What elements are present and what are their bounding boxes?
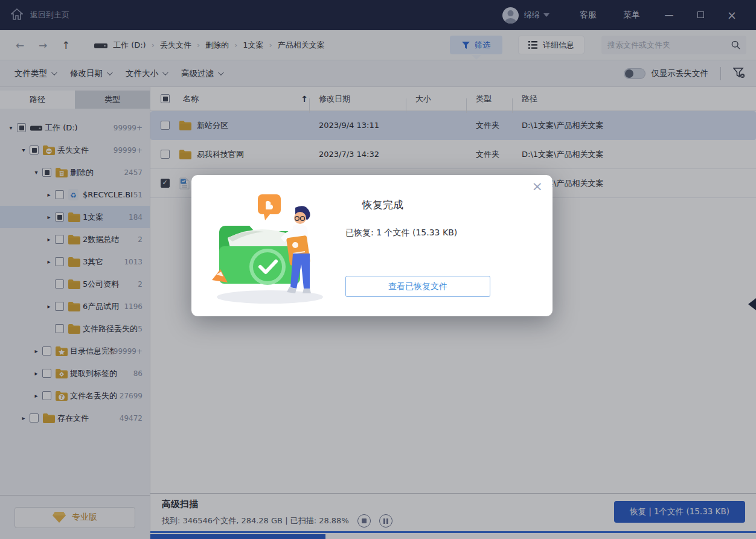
- tree-checkbox[interactable]: [17, 123, 26, 132]
- tree-expand-icon[interactable]: ▸: [44, 258, 54, 265]
- up-arrow-button[interactable]: ↑: [54, 39, 77, 51]
- row-checkbox[interactable]: [161, 150, 170, 159]
- sidebar-tab-路径[interactable]: 路径: [0, 91, 75, 109]
- breadcrumb-item[interactable]: 产品相关文案: [278, 40, 325, 51]
- tree-expand-icon[interactable]: ▸: [44, 214, 54, 220]
- tree-checkbox[interactable]: [30, 145, 39, 155]
- panel-collapse-arrow-icon[interactable]: [748, 298, 756, 310]
- tree-item-6产品试用[interactable]: ▸6产品试用1196: [0, 295, 150, 317]
- close-button[interactable]: ×: [716, 8, 748, 22]
- dialog-close-icon[interactable]: ×: [532, 180, 543, 193]
- breadcrumb-item[interactable]: 丢失文件: [160, 40, 191, 51]
- tree-expand-icon[interactable]: ▾: [31, 169, 41, 176]
- breadcrumb-item[interactable]: 工作 (D:): [113, 40, 146, 51]
- tree-expand-icon[interactable]: ▸: [31, 370, 41, 377]
- filter-chip-修改日期[interactable]: 修改日期: [70, 68, 111, 79]
- tree-item-label: 目录信息完整的: [70, 346, 114, 357]
- tree-expand-icon[interactable]: ▸: [44, 191, 54, 198]
- filter-chip-高级过滤[interactable]: 高级过滤: [181, 68, 222, 79]
- row-checkbox[interactable]: [161, 121, 170, 130]
- tree-checkbox[interactable]: [55, 302, 64, 311]
- tree-checkbox[interactable]: [55, 190, 64, 199]
- filter-chip-文件大小[interactable]: 文件大小: [126, 68, 167, 79]
- tree-item-5公司资料[interactable]: 5公司资料2: [0, 273, 150, 295]
- filter-button[interactable]: 筛选: [450, 36, 502, 54]
- recover-button[interactable]: 恢复 | 1个文件 (15.33 KB): [614, 501, 745, 523]
- minimize-button[interactable]: —: [653, 10, 685, 21]
- sidebar-tab-类型[interactable]: 类型: [75, 91, 150, 109]
- forward-arrow-button[interactable]: →: [31, 39, 54, 51]
- back-arrow-button[interactable]: ←: [8, 39, 31, 51]
- pro-version-label: 专业版: [72, 512, 97, 523]
- tree-item-存在文件[interactable]: ▸存在文件49472: [0, 407, 150, 429]
- details-view-button[interactable]: 详细信息: [518, 36, 585, 54]
- tree-item-文件名丢失的[interactable]: ▸?文件名丢失的27699: [0, 384, 150, 407]
- column-header-path[interactable]: 路径: [517, 94, 756, 104]
- menu-link[interactable]: 菜单: [623, 10, 640, 21]
- table-row[interactable]: 新站分区2023/9/4 13:11文件夹D:\1文案\产品相关文案: [150, 111, 756, 140]
- tree-checkbox[interactable]: [55, 257, 64, 266]
- pro-version-button[interactable]: 专业版: [14, 507, 135, 528]
- tree-item-count: 2: [138, 280, 150, 289]
- tree-expand-icon[interactable]: ▸: [31, 392, 41, 399]
- column-header-type[interactable]: 类型: [471, 94, 517, 104]
- tree-checkbox[interactable]: [55, 235, 64, 244]
- tree-item-1文案[interactable]: ▸1文案184: [0, 206, 150, 228]
- tree-expand-icon[interactable]: ▾: [19, 147, 28, 153]
- tree-item-2数据总结[interactable]: ▸2数据总结2: [0, 228, 150, 250]
- user-menu-caret-icon[interactable]: [543, 13, 549, 17]
- tree-checkbox[interactable]: [30, 413, 39, 423]
- column-header-date[interactable]: 修改日期: [314, 94, 411, 104]
- folder-icon: [179, 150, 191, 159]
- user-name[interactable]: 绵绵: [524, 10, 540, 21]
- folder-trash-icon: [56, 168, 70, 177]
- column-header-name[interactable]: 名称↑: [178, 94, 314, 104]
- tree-checkbox[interactable]: [42, 391, 51, 400]
- tree-checkbox[interactable]: [55, 212, 64, 222]
- select-all-checkbox[interactable]: [161, 94, 170, 103]
- sort-ascending-icon[interactable]: ↑: [301, 94, 308, 104]
- tree-item-提取到标签的[interactable]: ▸提取到标签的86: [0, 362, 150, 384]
- search-box[interactable]: [601, 36, 746, 54]
- tree-expand-icon[interactable]: ▸: [44, 303, 54, 310]
- tree-checkbox[interactable]: [42, 346, 51, 356]
- view-recovered-files-button[interactable]: 查看已恢复文件: [345, 276, 490, 297]
- file-path: D:\1文案\产品相关文案: [517, 120, 756, 131]
- tree-item-3其它[interactable]: ▸3其它1013: [0, 250, 150, 273]
- drive-icon: [30, 124, 45, 131]
- list-view-icon: [528, 41, 537, 49]
- tree-item-label: $RECYCLE.BIN: [83, 190, 133, 199]
- filter-chip-文件类型[interactable]: 文件类型: [14, 68, 56, 79]
- scan-status-text: 找到: 346546个文件, 284.28 GB | 已扫描: 28.88%: [162, 515, 349, 526]
- table-row[interactable]: 易我科技官网2023/7/3 14:32文件夹D:\1文案\产品相关文案: [150, 140, 756, 169]
- tree-item-文件路径丢失的[interactable]: 文件路径丢失的5: [0, 317, 150, 340]
- tree-expand-icon[interactable]: ▸: [19, 415, 28, 421]
- tree-expand-icon[interactable]: ▸: [44, 236, 54, 243]
- lost-files-only-toggle[interactable]: [624, 68, 645, 79]
- user-avatar[interactable]: [502, 7, 519, 24]
- tree-checkbox[interactable]: [42, 369, 51, 378]
- tree-checkbox[interactable]: [55, 324, 64, 333]
- breadcrumb-item[interactable]: 删除的: [205, 40, 229, 51]
- tree-expand-icon[interactable]: ▾: [6, 124, 16, 131]
- back-to-home-button[interactable]: 返回到主页: [0, 8, 69, 22]
- tree-item-丢失文件[interactable]: ▾丢失文件99999+: [0, 139, 150, 161]
- search-input[interactable]: [607, 40, 731, 49]
- support-link[interactable]: 客服: [580, 10, 597, 21]
- stop-scan-button[interactable]: [357, 514, 371, 528]
- chevron-down-icon: [218, 69, 224, 75]
- clear-filter-icon[interactable]: [733, 68, 745, 79]
- maximize-button[interactable]: [685, 10, 716, 21]
- tree-expand-icon[interactable]: ▸: [31, 348, 41, 354]
- pause-scan-button[interactable]: [379, 514, 392, 528]
- search-icon[interactable]: [731, 40, 740, 49]
- tree-checkbox[interactable]: [55, 279, 64, 289]
- column-header-size[interactable]: 大小: [411, 94, 471, 104]
- tree-item-$RECYCLE.BIN[interactable]: ▸♻$RECYCLE.BIN51: [0, 183, 150, 206]
- breadcrumb-item[interactable]: 1文案: [243, 40, 263, 51]
- tree-item-删除的[interactable]: ▾删除的2457: [0, 161, 150, 183]
- tree-item-目录信息完整的[interactable]: ▸目录信息完整的99999+: [0, 340, 150, 362]
- row-checkbox[interactable]: [161, 179, 170, 188]
- tree-item-工作 (D:)[interactable]: ▾工作 (D:)99999+: [0, 116, 150, 139]
- tree-checkbox[interactable]: [42, 168, 51, 177]
